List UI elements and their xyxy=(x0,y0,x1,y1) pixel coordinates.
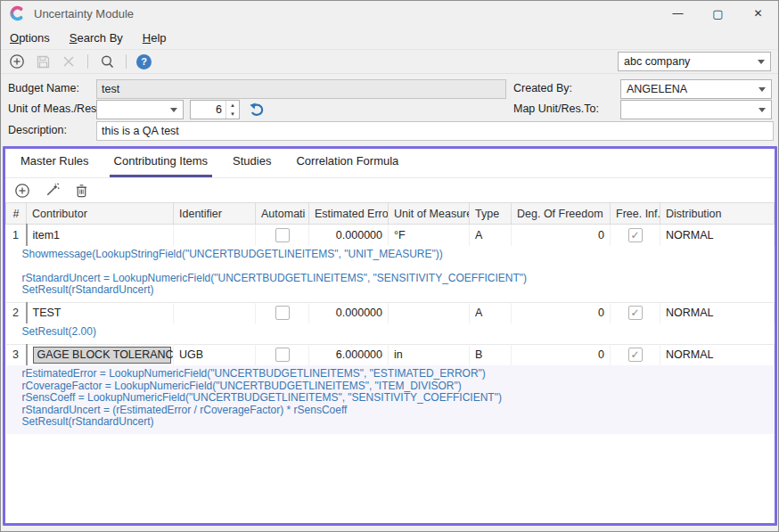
cell-estimated-error[interactable]: 0.000000 xyxy=(309,225,389,246)
add-item-icon[interactable] xyxy=(13,182,31,200)
description-field[interactable]: this is a QA test xyxy=(96,121,774,141)
formula-block[interactable]: Showmessage(LookupStringField("UNCERTBUD… xyxy=(6,246,775,303)
cell-deg-freedom[interactable]: 0 xyxy=(512,225,611,246)
free-inf-checkbox[interactable] xyxy=(628,228,643,242)
menu-search-by[interactable]: Search By xyxy=(70,31,123,45)
close-button[interactable]: ✕ xyxy=(738,1,778,26)
col-header-estimated-error[interactable]: Estimated Erro xyxy=(309,203,389,225)
spinner-down-icon[interactable]: ▼ xyxy=(226,110,239,119)
chevron-down-icon xyxy=(758,108,766,112)
cell-num: 2 xyxy=(6,302,27,323)
automatic-checkbox[interactable] xyxy=(275,306,290,320)
cell-distribution[interactable]: NORMAL xyxy=(660,344,775,365)
col-header-automatic[interactable]: Automati xyxy=(256,203,309,225)
formula-wand-icon[interactable] xyxy=(43,182,61,200)
spinner-up-icon[interactable]: ▲ xyxy=(226,101,239,110)
company-combo[interactable]: abc company xyxy=(618,52,771,71)
cell-contributor[interactable]: item1 xyxy=(27,225,174,246)
cell-identifier[interactable]: UGB xyxy=(174,344,256,365)
created-by-label: Created By: xyxy=(513,82,572,94)
cell-identifier[interactable] xyxy=(174,302,256,323)
company-combo-value: abc company xyxy=(624,55,690,68)
cell-distribution[interactable]: NORMAL xyxy=(660,225,775,246)
formula-line: SetResult(rStandardUncert) xyxy=(22,416,775,429)
cell-automatic[interactable] xyxy=(256,302,309,323)
window-title: Uncertainty Module xyxy=(34,7,134,20)
formula-block[interactable]: rEstimatedError = LookupNumericField("UN… xyxy=(6,365,775,434)
col-header-unit[interactable]: Unit of Measure xyxy=(389,203,470,225)
grid-toolbar xyxy=(5,178,775,202)
menu-help[interactable]: Help xyxy=(143,31,167,45)
cell-contributor[interactable]: GAGE BLOCK TOLERANCE xyxy=(27,344,174,365)
toolbar-separator xyxy=(126,54,127,69)
col-header-type[interactable]: Type xyxy=(470,203,512,225)
cell-estimated-error[interactable]: 6.000000 xyxy=(309,344,389,365)
automatic-checkbox[interactable] xyxy=(275,348,290,362)
cell-type[interactable]: A xyxy=(470,225,512,246)
map-unit-combo[interactable] xyxy=(620,100,772,119)
cell-contributor[interactable]: TEST xyxy=(27,302,174,323)
add-record-icon[interactable] xyxy=(8,53,26,70)
col-header-num[interactable]: # xyxy=(6,203,27,225)
free-inf-checkbox[interactable] xyxy=(628,348,643,362)
tab-studies[interactable]: Studies xyxy=(228,147,275,177)
free-inf-checkbox[interactable] xyxy=(628,306,643,320)
budget-name-label: Budget Name: xyxy=(8,82,79,94)
form-area: Budget Name: test Created By: ANGELENA U… xyxy=(1,74,778,145)
tab-correlation-formula[interactable]: Correlation Formula xyxy=(291,147,403,177)
cell-free-inf[interactable] xyxy=(611,302,660,323)
cell-deg-freedom[interactable]: 0 xyxy=(512,302,611,323)
formula-block[interactable]: SetResult(2.00) xyxy=(6,323,775,344)
budget-name-value: test xyxy=(102,83,119,95)
cell-identifier[interactable] xyxy=(174,225,256,246)
cell-estimated-error[interactable]: 0.000000 xyxy=(309,302,389,323)
cell-unit[interactable]: °F xyxy=(389,225,470,246)
automatic-checkbox[interactable] xyxy=(275,228,290,242)
cell-deg-freedom[interactable]: 0 xyxy=(512,344,611,365)
maximize-button[interactable]: ▢ xyxy=(698,1,738,26)
formula-line: rStandardUncert = LookupNumericField("UN… xyxy=(22,273,775,285)
cell-unit[interactable]: in xyxy=(389,344,470,365)
undo-icon[interactable] xyxy=(248,101,266,119)
cell-type[interactable]: A xyxy=(470,302,512,323)
cell-unit[interactable] xyxy=(389,302,470,323)
minimize-button[interactable]: — xyxy=(658,1,698,26)
col-header-distribution[interactable]: Distribution xyxy=(660,203,775,225)
cell-distribution[interactable]: NORMAL xyxy=(660,302,775,323)
cell-automatic[interactable] xyxy=(256,225,309,246)
menu-bar: Options Search By Help xyxy=(1,26,778,50)
delete-icon[interactable] xyxy=(60,53,78,70)
cell-type[interactable]: B xyxy=(470,344,512,365)
cell-num: 3 xyxy=(6,344,27,365)
contributing-items-grid: # Contributor Identifier Automati Estima… xyxy=(5,202,775,434)
col-header-identifier[interactable]: Identifier xyxy=(174,203,256,225)
unit-of-meas-combo[interactable] xyxy=(96,100,184,119)
tab-master-rules[interactable]: Master Rules xyxy=(16,147,94,177)
cell-free-inf[interactable] xyxy=(611,225,660,246)
col-header-deg-freedom[interactable]: Deg. Of Freedom xyxy=(512,203,611,225)
selected-cell-editor[interactable]: GAGE BLOCK TOLERANCE xyxy=(33,347,172,364)
created-by-combo[interactable]: ANGELENA xyxy=(620,79,772,99)
formula-line: SetResult(2.00) xyxy=(22,326,775,339)
table-row[interactable]: 2 TEST 0.000000 A 0 NORMAL xyxy=(6,302,775,323)
col-header-contributor[interactable]: Contributor xyxy=(27,203,174,225)
col-header-free-inf[interactable]: Free. Inf. xyxy=(611,203,660,225)
cell-free-inf[interactable] xyxy=(611,344,660,365)
table-row[interactable]: 1 item1 0.000000 °F A 0 NORMAL xyxy=(6,225,775,246)
formula-line: rSensCoeff = LookupNumericField("UNCERTB… xyxy=(22,392,775,405)
chevron-down-icon xyxy=(758,87,766,92)
menu-options[interactable]: Options xyxy=(10,31,50,45)
map-unit-label: Map Unit/Res.To: xyxy=(513,102,599,115)
description-label: Description: xyxy=(8,124,67,136)
search-icon[interactable] xyxy=(98,53,116,70)
cell-automatic[interactable] xyxy=(256,344,309,365)
save-icon[interactable] xyxy=(34,53,52,70)
table-row[interactable]: 3 GAGE BLOCK TOLERANCE UGB 6.000000 in B… xyxy=(6,344,775,365)
resolution-spinner[interactable]: 6 ▲ ▼ xyxy=(190,100,240,119)
formula-line: rStandardUncert = (rEstimatedError / rCo… xyxy=(22,405,775,417)
budget-name-field[interactable]: test xyxy=(96,79,506,99)
description-value: this is a QA test xyxy=(102,125,179,137)
tab-contributing-items[interactable]: Contributing Items xyxy=(110,147,213,177)
delete-item-icon[interactable] xyxy=(72,182,90,200)
help-icon[interactable]: ? xyxy=(136,54,152,70)
